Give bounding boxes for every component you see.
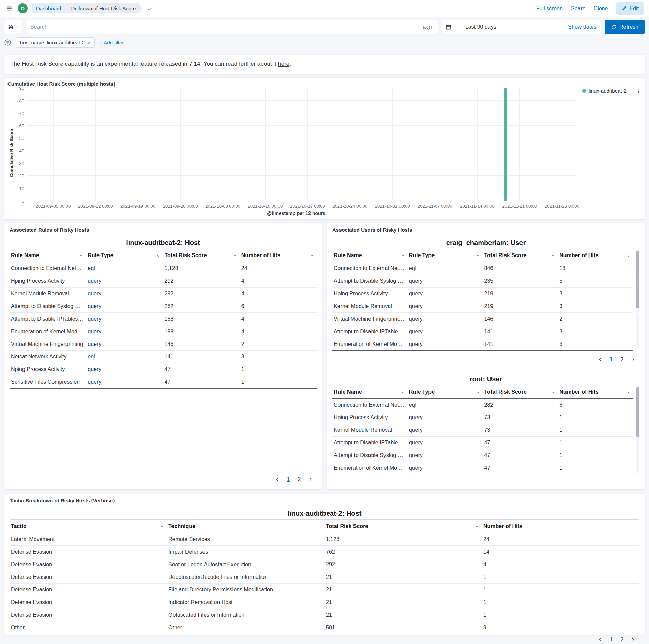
table-cell: eql <box>408 262 483 275</box>
column-header-rule-type[interactable]: Rule Type <box>408 385 483 399</box>
share-button[interactable]: Share <box>571 5 586 12</box>
search-input[interactable] <box>30 24 418 30</box>
pagination-page-1[interactable]: 1 <box>283 474 293 485</box>
pagination-prev-button[interactable] <box>595 354 605 365</box>
table-row: Attempt to Disable Syslog Se...query2355 <box>332 275 633 288</box>
table-cell: 235 <box>483 275 558 288</box>
x-tick-label: 2021-10-17 00:00 <box>290 204 325 209</box>
pagination-prev-button[interactable] <box>272 474 283 485</box>
sort-chevron-icon[interactable] <box>233 253 237 258</box>
sort-chevron-icon[interactable] <box>160 524 164 529</box>
column-header-number-of-hits[interactable]: Number of Hits <box>240 249 317 262</box>
sort-chevron-icon[interactable] <box>476 253 480 258</box>
table-cell: 47 <box>483 437 558 449</box>
pagination-prev-button[interactable] <box>595 634 605 644</box>
legend-item[interactable]: linux-auditbeat-2 <box>582 88 627 94</box>
host-rules-table-container: Rule NameRule TypeTotal Risk ScoreNumber… <box>10 249 317 389</box>
pagination-next-button[interactable] <box>628 354 638 365</box>
panel-menu-icon[interactable] <box>635 88 642 95</box>
clone-button[interactable]: Clone <box>594 5 608 12</box>
pagination-page-2[interactable]: 2 <box>617 634 627 644</box>
time-range-display[interactable]: Last 90 days Show dates <box>461 24 601 30</box>
pagination-page-2[interactable]: 2 <box>294 474 304 485</box>
full-screen-button[interactable]: Full screen <box>536 5 563 12</box>
pagination-next-button[interactable] <box>305 474 315 485</box>
pagination-page-1[interactable]: 1 <box>606 354 616 365</box>
y-tick-label: 90 <box>19 86 24 91</box>
column-header-number-of-hits[interactable]: Number of Hits <box>558 249 633 262</box>
sort-chevron-icon[interactable] <box>476 390 480 394</box>
add-filter-button[interactable]: + Add filter <box>100 40 124 45</box>
sort-chevron-icon[interactable] <box>551 253 555 258</box>
column-header-total-risk-score[interactable]: Total Risk Score <box>483 249 558 262</box>
x-axis-ticks: 2021-09-05 00:002021-09-12 00:002021-09-… <box>27 201 577 210</box>
query-language-button[interactable]: KQL <box>420 22 436 32</box>
column-header-total-risk-score[interactable]: Total Risk Score <box>483 385 558 399</box>
space-avatar[interactable]: D <box>18 3 28 13</box>
sort-chevron-icon[interactable] <box>626 390 631 394</box>
saved-query-menu-button[interactable] <box>4 20 22 34</box>
pagination-page-2[interactable]: 2 <box>617 354 627 365</box>
column-header-number-of-hits[interactable]: Number of Hits <box>558 385 633 399</box>
table-cell: Indicator Removal on Host <box>167 596 324 609</box>
column-header-total-risk-score[interactable]: Total Risk Score <box>324 520 482 533</box>
column-header-rule-name[interactable]: Rule Name <box>10 249 86 262</box>
column-header-rule-type[interactable]: Rule Type <box>86 249 163 262</box>
pagination-next-button[interactable] <box>628 634 638 644</box>
sort-chevron-icon[interactable] <box>626 253 631 258</box>
sort-chevron-icon[interactable] <box>156 253 161 258</box>
table-cell: Virtual Machine Fingerprinting <box>332 313 408 325</box>
sort-chevron-icon[interactable] <box>475 524 479 529</box>
y-axis-label: Cumulative Risk Score <box>7 88 15 218</box>
table-cell: query <box>408 300 483 313</box>
column-header-rule-name[interactable]: Rule Name <box>332 249 408 262</box>
sort-chevron-icon[interactable] <box>401 390 405 394</box>
sort-chevron-icon[interactable] <box>79 253 84 258</box>
sort-chevron-icon[interactable] <box>551 390 555 394</box>
table-cell: 47 <box>163 363 240 376</box>
table-cell: 219 <box>483 288 558 300</box>
show-dates-button[interactable]: Show dates <box>568 24 597 30</box>
check-icon[interactable] <box>147 6 152 11</box>
edit-button[interactable]: Edit <box>616 2 644 15</box>
table-cell: 188 <box>163 313 240 325</box>
table-cell: eql <box>86 262 163 275</box>
scrollbar[interactable] <box>636 386 639 473</box>
table-row: Lateral MovementRemote Services1,12824 <box>10 533 639 546</box>
column-header-total-risk-score[interactable]: Total Risk Score <box>163 249 240 262</box>
table-cell: query <box>408 411 483 424</box>
column-header-tactic[interactable]: Tactic <box>10 520 167 533</box>
y-tick-label: 70 <box>19 111 24 116</box>
refresh-button[interactable]: Refresh <box>605 20 645 34</box>
table-cell: Attempt to Disable Syslog Se... <box>332 275 408 288</box>
scrollbar-thumb[interactable] <box>636 387 639 437</box>
data-table: Rule NameRule TypeTotal Risk ScoreNumber… <box>10 249 317 389</box>
filter-pill[interactable]: host.name: linux-auditbeat-2 × <box>16 37 95 48</box>
pagination-page-1[interactable]: 1 <box>606 634 616 644</box>
scrollbar[interactable] <box>636 250 639 349</box>
scrollbar-thumb[interactable] <box>636 251 639 308</box>
table-cell: query <box>408 338 483 351</box>
breadcrumb-dashboard[interactable]: Dashboard <box>32 3 67 13</box>
sort-chevron-icon[interactable] <box>317 524 322 529</box>
column-header-rule-name[interactable]: Rule Name <box>332 385 408 399</box>
column-header-number-of-hits[interactable]: Number of Hits <box>482 520 639 533</box>
table-row: Hping Process Activityquery2193 <box>332 288 633 300</box>
menu-button[interactable] <box>5 4 14 13</box>
table-cell: 501 <box>324 621 482 634</box>
table-cell: 1 <box>558 449 633 462</box>
table-row: Hping Process Activityquery731 <box>332 411 633 424</box>
sort-chevron-icon[interactable] <box>310 253 314 258</box>
here-link[interactable]: here <box>278 61 289 67</box>
legend-color-dot <box>582 89 586 93</box>
filter-options-icon[interactable] <box>4 39 11 46</box>
table-cell: 3 <box>558 338 633 351</box>
sort-chevron-icon[interactable] <box>632 524 637 529</box>
sort-chevron-icon[interactable] <box>401 253 405 258</box>
date-picker-menu-button[interactable] <box>442 20 461 34</box>
table-cell: 1,128 <box>163 262 240 275</box>
column-header-rule-type[interactable]: Rule Type <box>408 249 483 262</box>
remove-filter-icon[interactable]: × <box>88 40 91 45</box>
risk-score-bar[interactable] <box>504 88 507 201</box>
column-header-technique[interactable]: Technique <box>167 520 324 533</box>
